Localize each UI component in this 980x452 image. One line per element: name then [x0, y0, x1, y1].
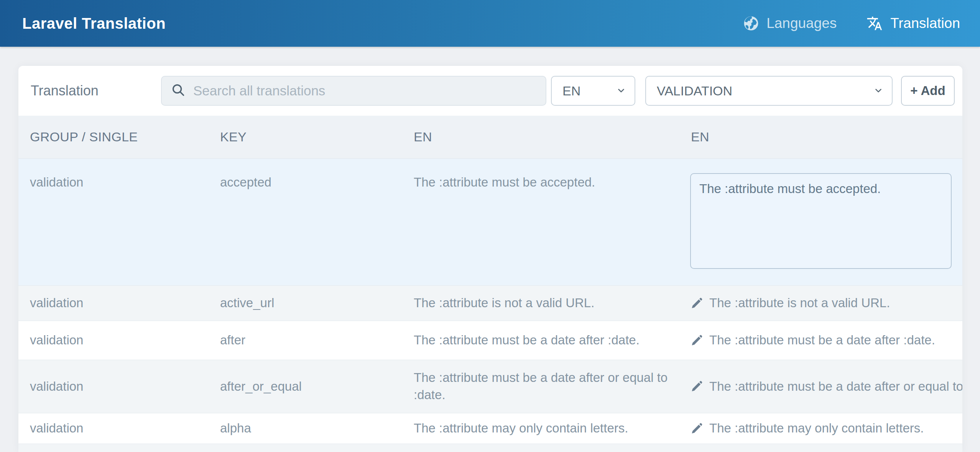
brand-link[interactable]: Laravel Translation [22, 15, 166, 32]
table-header: GROUP / SINGLE KEY EN EN [18, 116, 962, 159]
edit-pencil-icon[interactable] [690, 334, 703, 347]
table-row: validation alpha The :attribute may only… [18, 413, 962, 444]
translation-text: The :attribute is not a valid URL. [709, 295, 890, 312]
column-header-source-locale: EN [402, 116, 679, 158]
language-select-value: EN [562, 84, 616, 98]
nav-links: Languages Translation [743, 15, 960, 31]
chevron-down-icon [873, 84, 883, 98]
edit-pencil-icon[interactable] [690, 422, 703, 435]
translation-cell: The :attribute must be accepted. [679, 159, 962, 285]
search-input[interactable] [193, 83, 536, 98]
language-select[interactable]: EN [551, 76, 635, 106]
translation-cell[interactable]: The :attribute must be a date after or e… [679, 360, 962, 413]
column-header-target-locale: EN [679, 116, 962, 158]
group-cell: validation [18, 321, 209, 360]
edit-pencil-icon[interactable] [690, 297, 703, 310]
group-select-value: VALIDATION [657, 84, 873, 98]
key-cell: accepted [209, 159, 402, 285]
group-select[interactable]: VALIDATION [645, 76, 893, 106]
panel-toolbar: Translation EN VAL [18, 66, 962, 116]
source-cell: The :attribute must be accepted. [402, 159, 679, 285]
translation-text: The :attribute may only contain letters. [709, 420, 924, 437]
group-cell: validation [18, 159, 209, 285]
key-cell: after [209, 321, 402, 360]
app-window: Laravel Translation Languages [0, 0, 980, 452]
nav-item-languages[interactable]: Languages [743, 15, 837, 31]
table-row: validation active_url The :attribute is … [18, 286, 962, 321]
search-box [161, 76, 546, 106]
translation-cell[interactable]: The :attribute must be a date after :dat… [679, 321, 962, 360]
group-cell: validation [18, 286, 209, 321]
top-navbar: Laravel Translation Languages [0, 0, 980, 47]
translation-cell[interactable]: The :attribute may only contain letters. [679, 413, 962, 444]
source-cell: The :attribute is not a valid URL. [402, 286, 679, 321]
column-header-group: GROUP / SINGLE [18, 116, 209, 158]
key-cell: active_url [209, 286, 402, 321]
panel-title: Translation [31, 83, 161, 99]
search-icon [171, 83, 193, 99]
source-cell: The :attribute may only contain letters. [402, 413, 679, 444]
translation-cell[interactable]: The :attribute is not a valid URL. [679, 286, 962, 321]
group-cell: validation [18, 413, 209, 444]
nav-item-label: Translation [890, 15, 960, 31]
globe-icon [743, 16, 759, 31]
table-row: validation after_or_equal The :attribute… [18, 360, 962, 413]
next-row-partial [18, 444, 962, 452]
table-row: validation after The :attribute must be … [18, 321, 962, 360]
source-cell: The :attribute must be a date after :dat… [402, 321, 679, 360]
edit-pencil-icon[interactable] [690, 380, 703, 393]
add-button[interactable]: + Add [901, 76, 955, 106]
group-cell: validation [18, 360, 209, 413]
column-header-key: KEY [209, 116, 402, 158]
key-cell: after_or_equal [209, 360, 402, 413]
nav-item-label: Languages [766, 15, 837, 31]
translation-text: The :attribute must be a date after :dat… [709, 332, 935, 349]
translation-editor[interactable]: The :attribute must be accepted. [690, 173, 952, 269]
nav-item-translation[interactable]: Translation [867, 15, 960, 31]
translation-text: The :attribute must be a date after or e… [709, 378, 962, 395]
table-row: validation accepted The :attribute must … [18, 159, 962, 286]
key-cell: alpha [209, 413, 402, 444]
source-cell: The :attribute must be a date after or e… [402, 360, 679, 413]
chevron-down-icon [616, 84, 626, 98]
translation-panel: Translation EN VAL [18, 66, 962, 452]
translate-icon [867, 15, 883, 31]
